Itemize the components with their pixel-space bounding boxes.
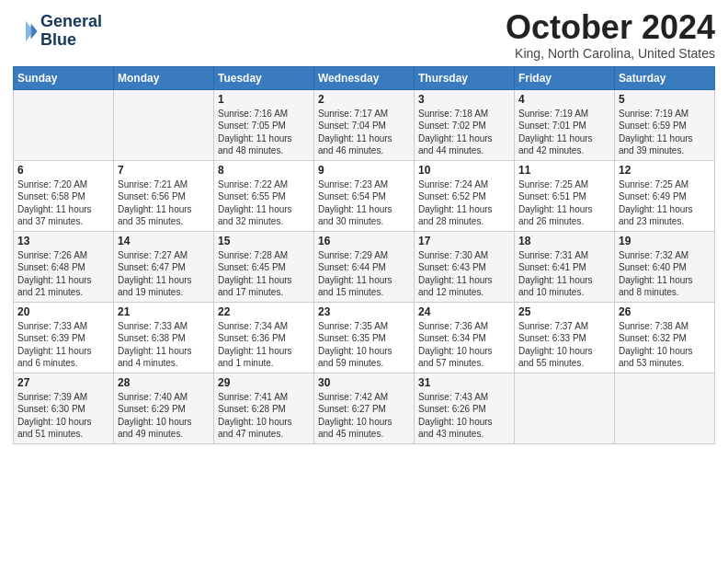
day-header-monday: Monday [114,66,214,89]
location: King, North Carolina, United States [506,46,715,61]
day-cell: 8Sunrise: 7:22 AM Sunset: 6:55 PM Daylig… [214,160,314,231]
day-detail: Sunrise: 7:33 AM Sunset: 6:39 PM Dayligh… [17,320,109,370]
day-detail: Sunrise: 7:24 AM Sunset: 6:52 PM Dayligh… [418,178,510,228]
day-header-tuesday: Tuesday [214,66,314,89]
day-number: 18 [518,235,610,247]
day-detail: Sunrise: 7:27 AM Sunset: 6:47 PM Dayligh… [118,249,210,299]
day-cell: 1Sunrise: 7:16 AM Sunset: 7:05 PM Daylig… [214,89,314,160]
day-number: 29 [218,376,310,389]
day-detail: Sunrise: 7:39 AM Sunset: 6:30 PM Dayligh… [17,391,109,441]
day-cell: 14Sunrise: 7:27 AM Sunset: 6:47 PM Dayli… [114,231,214,302]
day-number: 23 [318,305,410,318]
day-cell: 31Sunrise: 7:43 AM Sunset: 6:26 PM Dayli… [415,373,515,443]
week-row-3: 13Sunrise: 7:26 AM Sunset: 6:48 PM Dayli… [14,231,715,302]
day-cell: 3Sunrise: 7:18 AM Sunset: 7:02 PM Daylig… [415,89,515,160]
day-number: 12 [619,164,711,177]
day-number: 4 [518,93,610,106]
day-detail: Sunrise: 7:32 AM Sunset: 6:40 PM Dayligh… [619,249,711,299]
day-number: 21 [118,305,210,318]
day-number: 5 [619,93,711,106]
day-cell: 11Sunrise: 7:25 AM Sunset: 6:51 PM Dayli… [515,160,615,231]
day-cell: 19Sunrise: 7:32 AM Sunset: 6:40 PM Dayli… [615,231,715,302]
day-number: 24 [418,305,510,318]
day-cell: 28Sunrise: 7:40 AM Sunset: 6:29 PM Dayli… [114,373,214,443]
day-cell: 10Sunrise: 7:24 AM Sunset: 6:52 PM Dayli… [415,160,515,231]
day-cell: 18Sunrise: 7:31 AM Sunset: 6:41 PM Dayli… [515,231,615,302]
day-detail: Sunrise: 7:21 AM Sunset: 6:56 PM Dayligh… [118,178,210,228]
day-number: 27 [17,376,109,389]
day-number: 16 [318,235,410,247]
month-title: October 2024 [506,9,715,46]
day-cell: 23Sunrise: 7:35 AM Sunset: 6:35 PM Dayli… [314,302,415,373]
logo-text: General Blue [40,13,102,50]
day-detail: Sunrise: 7:40 AM Sunset: 6:29 PM Dayligh… [118,391,210,441]
title-area: October 2024 King, North Carolina, Unite… [506,9,715,61]
day-detail: Sunrise: 7:22 AM Sunset: 6:55 PM Dayligh… [218,178,310,228]
logo-line1: General [40,13,102,31]
logo-line2: Blue [40,31,102,50]
logo: General Blue [13,13,102,50]
day-cell [515,373,615,443]
day-cell [114,89,214,160]
day-number: 31 [418,376,510,389]
day-number: 22 [218,305,310,318]
day-detail: Sunrise: 7:29 AM Sunset: 6:44 PM Dayligh… [318,249,410,299]
day-number: 6 [17,164,109,177]
day-detail: Sunrise: 7:37 AM Sunset: 6:33 PM Dayligh… [518,320,610,370]
day-number: 25 [518,305,610,318]
day-header-sunday: Sunday [14,66,114,89]
day-cell: 17Sunrise: 7:30 AM Sunset: 6:43 PM Dayli… [415,231,515,302]
calendar-table: SundayMondayTuesdayWednesdayThursdayFrid… [13,66,715,444]
day-detail: Sunrise: 7:25 AM Sunset: 6:51 PM Dayligh… [518,178,610,228]
day-detail: Sunrise: 7:41 AM Sunset: 6:28 PM Dayligh… [218,391,310,441]
day-number: 13 [17,235,109,247]
logo-icon [13,18,39,44]
day-cell: 13Sunrise: 7:26 AM Sunset: 6:48 PM Dayli… [14,231,114,302]
day-number: 15 [218,235,310,247]
day-number: 3 [418,93,510,106]
day-detail: Sunrise: 7:34 AM Sunset: 6:36 PM Dayligh… [218,320,310,370]
day-cell: 29Sunrise: 7:41 AM Sunset: 6:28 PM Dayli… [214,373,314,443]
day-cell: 5Sunrise: 7:19 AM Sunset: 6:59 PM Daylig… [615,89,715,160]
day-cell: 21Sunrise: 7:33 AM Sunset: 6:38 PM Dayli… [114,302,214,373]
day-number: 19 [619,235,711,247]
day-detail: Sunrise: 7:17 AM Sunset: 7:04 PM Dayligh… [318,108,410,157]
day-detail: Sunrise: 7:16 AM Sunset: 7:05 PM Dayligh… [218,108,310,157]
week-row-1: 1Sunrise: 7:16 AM Sunset: 7:05 PM Daylig… [14,89,715,160]
day-number: 8 [218,164,310,177]
day-detail: Sunrise: 7:18 AM Sunset: 7:02 PM Dayligh… [418,108,510,157]
day-header-saturday: Saturday [615,66,715,89]
calendar-container: General Blue October 2024 King, North Ca… [0,0,728,454]
day-cell: 9Sunrise: 7:23 AM Sunset: 6:54 PM Daylig… [314,160,415,231]
day-detail: Sunrise: 7:30 AM Sunset: 6:43 PM Dayligh… [418,249,510,299]
day-header-friday: Friday [515,66,615,89]
day-detail: Sunrise: 7:43 AM Sunset: 6:26 PM Dayligh… [418,391,510,441]
day-detail: Sunrise: 7:38 AM Sunset: 6:32 PM Dayligh… [619,320,711,370]
day-cell: 16Sunrise: 7:29 AM Sunset: 6:44 PM Dayli… [314,231,415,302]
day-cell: 15Sunrise: 7:28 AM Sunset: 6:45 PM Dayli… [214,231,314,302]
header: General Blue October 2024 King, North Ca… [13,9,715,61]
day-detail: Sunrise: 7:35 AM Sunset: 6:35 PM Dayligh… [318,320,410,370]
day-number: 7 [118,164,210,177]
day-detail: Sunrise: 7:31 AM Sunset: 6:41 PM Dayligh… [518,249,610,299]
day-cell: 6Sunrise: 7:20 AM Sunset: 6:58 PM Daylig… [14,160,114,231]
day-number: 28 [118,376,210,389]
day-detail: Sunrise: 7:19 AM Sunset: 7:01 PM Dayligh… [518,108,610,157]
day-detail: Sunrise: 7:19 AM Sunset: 6:59 PM Dayligh… [619,108,711,157]
day-header-wednesday: Wednesday [314,66,415,89]
day-number: 10 [418,164,510,177]
day-number: 2 [318,93,410,106]
day-number: 30 [318,376,410,389]
day-cell [14,89,114,160]
day-detail: Sunrise: 7:33 AM Sunset: 6:38 PM Dayligh… [118,320,210,370]
day-detail: Sunrise: 7:36 AM Sunset: 6:34 PM Dayligh… [418,320,510,370]
day-header-thursday: Thursday [415,66,515,89]
day-cell: 26Sunrise: 7:38 AM Sunset: 6:32 PM Dayli… [615,302,715,373]
day-cell: 4Sunrise: 7:19 AM Sunset: 7:01 PM Daylig… [515,89,615,160]
day-number: 11 [518,164,610,177]
week-row-5: 27Sunrise: 7:39 AM Sunset: 6:30 PM Dayli… [14,373,715,443]
day-detail: Sunrise: 7:28 AM Sunset: 6:45 PM Dayligh… [218,249,310,299]
week-row-4: 20Sunrise: 7:33 AM Sunset: 6:39 PM Dayli… [14,302,715,373]
day-cell: 7Sunrise: 7:21 AM Sunset: 6:56 PM Daylig… [114,160,214,231]
day-detail: Sunrise: 7:42 AM Sunset: 6:27 PM Dayligh… [318,391,410,441]
